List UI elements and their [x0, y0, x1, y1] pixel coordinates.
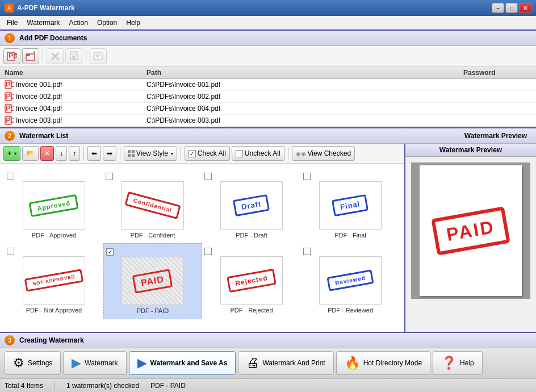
remove-button[interactable]	[47, 48, 64, 64]
wm-check-rejected[interactable]	[204, 248, 212, 255]
folder-open-icon: 📂	[26, 149, 35, 157]
wm-thumb-paid: PAID	[122, 257, 184, 305]
maximize-button[interactable]: □	[505, 3, 518, 13]
export-button[interactable]: ➡	[103, 146, 116, 161]
menu-watermark[interactable]: Watermark	[22, 17, 64, 28]
file-name-3: PDF Invoice 003.pdf	[5, 116, 146, 125]
table-row[interactable]: PDF Invoice 002.pdf C:\PDFs\Invoice 002.…	[0, 91, 536, 103]
section1-title: Add PDF Documents	[19, 34, 87, 42]
menu-action[interactable]: Action	[65, 17, 93, 28]
menu-file[interactable]: File	[2, 17, 22, 28]
move-up-button[interactable]: ↑	[69, 146, 80, 161]
wm-check-reviewed[interactable]	[303, 248, 311, 255]
watermark-left: + ▾ 📂 ✕ ↓ ↑	[0, 144, 405, 332]
file-name-0: PDF Invoice 001.pdf	[5, 80, 146, 89]
watermark-print-button[interactable]: 🖨 Watermark And Print	[238, 351, 333, 375]
wm-item-not-approved[interactable]: NOT APPROVED PDF - Not Approved	[5, 243, 103, 319]
wm-label-final: PDF - Final	[334, 232, 366, 239]
minimize-button[interactable]: –	[492, 3, 504, 13]
wm-item-paid[interactable]: ✓ PAID PDF - PAID	[103, 243, 202, 319]
watermark-label: Watermark	[85, 359, 118, 367]
check-all-checkbox[interactable]: ✓	[189, 150, 196, 157]
wm-item-approved[interactable]: Approved PDF - Approved	[5, 168, 103, 243]
arrow-down-icon: ↓	[60, 149, 63, 157]
print-icon: 🖨	[246, 356, 259, 370]
wm-check-draft[interactable]	[204, 173, 212, 180]
toolbar-sep1	[43, 49, 43, 63]
wm-thumb-final: Final	[319, 181, 382, 230]
wm-item-final[interactable]: Final PDF - Final	[301, 168, 400, 243]
file-path-3: C:\PDFs\Invoice 003.pdf	[146, 116, 463, 124]
wm-label-paid: PDF - PAID	[137, 307, 169, 314]
move-down-button[interactable]: ↓	[56, 146, 67, 161]
wm-label-not-approved: PDF - Not Approved	[26, 307, 82, 314]
settings-icon	[93, 51, 103, 61]
open-watermark-button[interactable]: 📂	[22, 146, 39, 161]
wm-check-paid[interactable]: ✓	[106, 248, 114, 256]
stamp-approved: Approved	[29, 194, 79, 216]
delete-watermark-button[interactable]: ✕	[40, 146, 54, 161]
app-icon: A	[5, 3, 14, 12]
view-checked-button[interactable]: ◉◉ View Checked	[292, 146, 355, 161]
pdf-file-icon: PDF	[5, 92, 14, 101]
view-checked-icon: ◉◉	[296, 151, 306, 157]
close-button[interactable]: ✕	[519, 3, 531, 13]
watermark-preview-panel: Watermark Preview PAID	[405, 144, 536, 332]
preview-area: PAID	[411, 162, 530, 299]
wm-label-confidential: PDF - Confident	[131, 232, 175, 239]
check-all-label: Check All	[198, 149, 226, 157]
wm-item-confidential[interactable]: Confidential PDF - Confident	[103, 168, 202, 243]
section1-header: 1 Add PDF Documents	[0, 30, 536, 46]
watermark-button[interactable]: ▶ Watermark	[63, 351, 126, 375]
table-row[interactable]: PDF Invoice 003.pdf C:\PDFs\Invoice 003.…	[0, 115, 536, 127]
wm-check-not-approved[interactable]	[7, 248, 14, 255]
file-path-2: C:\PDFs\Invoice 004.pdf	[146, 105, 463, 112]
import-icon: ⬅	[91, 149, 97, 157]
wm-check-final[interactable]	[303, 173, 311, 180]
section2-header: 2 Watermark List Watermark Preview	[0, 127, 536, 144]
pdf-list-section: Name Path Password PDF Invoice 001.pdf C…	[0, 67, 536, 127]
add-dropdown-arrow: ▾	[14, 151, 16, 156]
watermark-grid-container: Approved PDF - Approved Confidential	[0, 164, 404, 332]
settings-button[interactable]: ⚙ Settings	[5, 351, 61, 375]
wm-item-draft[interactable]: Draft PDF - Draft	[202, 168, 301, 243]
toolbar-sep2	[86, 49, 86, 63]
view-style-icon	[128, 150, 135, 157]
table-row[interactable]: PDF Invoice 004.pdf C:\PDFs\Invoice 004.…	[0, 103, 536, 115]
uncheck-all-button[interactable]: Uncheck All	[232, 146, 284, 161]
wm-check-confidential[interactable]	[106, 173, 113, 180]
svg-text:PDF: PDF	[6, 81, 14, 89]
section3-title: Creating Watermark	[19, 336, 84, 344]
wm-toolbar: + ▾ 📂 ✕ ↓ ↑	[0, 144, 404, 164]
menu-option[interactable]: Option	[93, 17, 122, 28]
clear-button[interactable]	[65, 48, 82, 64]
wm-item-reviewed[interactable]: Reviewed PDF - Reviewed	[301, 243, 400, 319]
add-folder-button[interactable]	[22, 48, 39, 64]
wm-check-approved[interactable]	[7, 173, 14, 180]
view-style-button[interactable]: View Style ▾	[124, 146, 177, 161]
watermark-section: + ▾ 📂 ✕ ↓ ↑	[0, 144, 536, 332]
view-style-label: View Style	[136, 149, 168, 157]
settings-pdf-button[interactable]	[90, 48, 107, 64]
check-all-button[interactable]: ✓ Check All	[185, 146, 230, 161]
watermark-save-as-label: Watermark and Save As	[150, 359, 228, 367]
wm-sep4	[288, 147, 288, 160]
svg-text:PDF: PDF	[6, 93, 14, 101]
svg-text:PDF: PDF	[6, 116, 14, 124]
app-title: A-PDF Watermark	[17, 4, 492, 12]
watermark-save-as-button[interactable]: ▶ Watermark and Save As	[129, 351, 236, 375]
add-watermark-button[interactable]: + ▾	[3, 146, 20, 161]
section2-title: Watermark List	[19, 132, 464, 140]
settings-label: Settings	[28, 359, 52, 367]
menu-help[interactable]: Help	[122, 17, 145, 28]
table-row[interactable]: PDF Invoice 001.pdf C:\PDFs\Invoice 001.…	[0, 79, 536, 91]
hot-directory-button[interactable]: 🔥 Hot Directory Mode	[336, 351, 430, 375]
add-pdf-button[interactable]: PDF	[3, 48, 20, 64]
stamp-final: Final	[332, 194, 368, 216]
wm-item-rejected[interactable]: Rejected PDF - Rejected	[202, 243, 301, 319]
col-path: Path	[146, 69, 463, 77]
import-button[interactable]: ⬅	[87, 146, 101, 161]
arrow-up-icon: ↑	[73, 149, 76, 157]
uncheck-all-checkbox[interactable]	[236, 150, 243, 157]
help-button[interactable]: ❓ Help	[433, 351, 483, 375]
